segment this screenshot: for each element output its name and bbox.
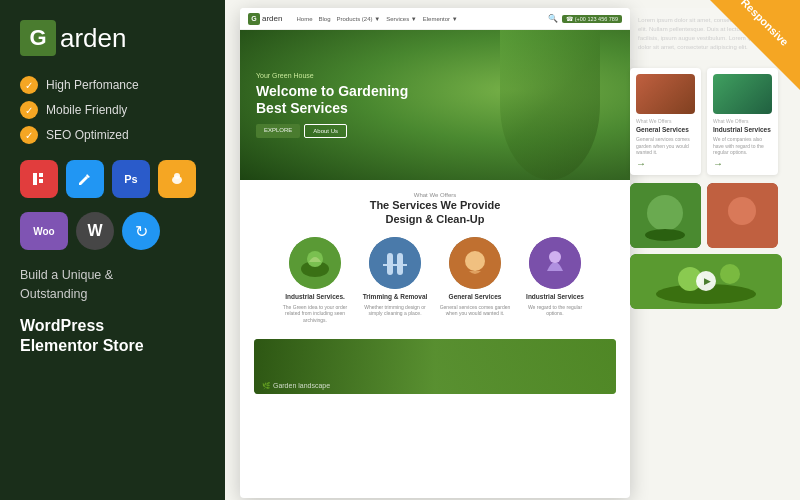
play-icon[interactable]: ▶	[696, 271, 716, 291]
service-name-4: Industrial Services	[526, 293, 584, 300]
play-triangle: ▶	[704, 276, 711, 286]
rsc-what-1: What We Offers	[636, 118, 695, 124]
check-icon: ✓	[20, 126, 38, 144]
service-image-1	[289, 237, 341, 289]
service-name-1: Industrial Services.	[285, 293, 345, 300]
service-desc-2: Whether trimming design or simply cleani…	[359, 304, 431, 317]
nav-elementor[interactable]: Elementor ▼	[423, 16, 458, 22]
right-img-full-1: ▶	[630, 254, 782, 309]
build-line2: Outstanding	[20, 287, 87, 301]
bottom-image-teaser: 🌿 Garden landscape	[254, 339, 616, 394]
rsc-arrow-2[interactable]: →	[713, 158, 772, 169]
services-grid: Industrial Services. The Green idea to y…	[254, 237, 616, 324]
search-icon[interactable]: 🔍	[548, 14, 558, 23]
mockup-navbar: G arden Home Blog Products (24) ▼ Servic…	[240, 8, 630, 30]
svg-point-17	[645, 229, 685, 241]
nav-items: Home Blog Products (24) ▼ Services ▼ Ele…	[296, 16, 457, 22]
rsc-arrow-1[interactable]: →	[636, 158, 695, 169]
logo-g: G	[20, 20, 56, 56]
right-service-cards: What We Offers General Services General …	[630, 68, 785, 175]
right-img-row-2: ▶	[630, 254, 785, 309]
nav-blog[interactable]: Blog	[318, 16, 330, 22]
service-item-2: Trimming & Removal Whether trimming desi…	[359, 237, 431, 324]
website-mockup: G arden Home Blog Products (24) ▼ Servic…	[240, 8, 630, 498]
hero-content: Your Green House Welcome to GardeningBes…	[240, 56, 424, 155]
service-image-4	[529, 237, 581, 289]
svg-rect-1	[39, 173, 43, 177]
plugin-icons-row1: Ps	[20, 160, 205, 198]
feature-item-mobile: ✓ Mobile Friendly	[20, 101, 205, 119]
nav-logo: G arden	[248, 13, 282, 25]
mailchimp-icon	[158, 160, 196, 198]
wordpress-icon: W	[76, 212, 114, 250]
svg-point-16	[647, 195, 683, 231]
svg-point-12	[465, 251, 485, 271]
feature-list: ✓ High Perfomance ✓ Mobile Friendly ✓ SE…	[20, 76, 205, 144]
nav-logo-text: arden	[262, 14, 282, 23]
service-desc-3: General services comes garden when you w…	[439, 304, 511, 317]
nav-products[interactable]: Products (24) ▼	[337, 16, 381, 22]
service-item-3: General Services General services comes …	[439, 237, 511, 324]
feature-item-performance: ✓ High Perfomance	[20, 76, 205, 94]
about-button[interactable]: About Us	[304, 124, 347, 138]
right-card-image-1	[636, 74, 695, 114]
svg-point-19	[728, 197, 756, 225]
service-image-3	[449, 237, 501, 289]
svg-point-14	[549, 251, 561, 263]
sidebar: G arden ✓ High Perfomance ✓ Mobile Frien…	[0, 0, 225, 500]
explore-button[interactable]: EXPLORE	[256, 124, 300, 138]
plugin-icons-row2: Woo W ↻	[20, 212, 205, 250]
logo-area: G arden	[20, 20, 205, 56]
right-img-small-1	[707, 183, 778, 248]
nav-home[interactable]: Home	[296, 16, 312, 22]
rsc-title-2: Industrial Services	[713, 126, 772, 133]
check-icon: ✓	[20, 76, 38, 94]
refresh-icon: ↻	[122, 212, 160, 250]
logo-text: arden	[60, 23, 127, 54]
hero-subtitle: Your Green House	[256, 72, 408, 79]
service-desc-4: We regard to the regular options.	[519, 304, 591, 317]
check-icon: ✓	[20, 101, 38, 119]
rsc-desc-1: General services comes garden when you w…	[636, 136, 695, 156]
right-service-card-2: What We Offers Industrial Services We of…	[707, 68, 778, 175]
service-item-4: Industrial Services We regard to the reg…	[519, 237, 591, 324]
main-content: Responsive G arden Home Blog Products (2…	[225, 0, 800, 500]
nav-services[interactable]: Services ▼	[386, 16, 417, 22]
hero-title: Welcome to GardeningBest Services	[256, 83, 408, 117]
elementor-icon	[20, 160, 58, 198]
mockup-hero: Your Green House Welcome to GardeningBes…	[240, 30, 630, 180]
svg-rect-8	[369, 237, 421, 289]
right-images-grid: ▶	[630, 183, 785, 309]
edit-icon	[66, 160, 104, 198]
nav-logo-g: G	[248, 13, 260, 25]
bottom-teaser-hint: 🌿 Garden landscape	[262, 382, 330, 390]
service-image-2	[369, 237, 421, 289]
right-service-card-1: What We Offers General Services General …	[630, 68, 701, 175]
nav-phone: ☎ (+00 123 456 789	[562, 15, 622, 23]
feature-label: Mobile Friendly	[46, 103, 127, 117]
woocommerce-icon: Woo	[20, 212, 68, 250]
svg-rect-2	[39, 179, 43, 183]
services-title: The Services We ProvideDesign & Clean-Up	[254, 198, 616, 227]
build-text: Build a Unique & Outstanding	[20, 266, 205, 304]
photoshop-icon: Ps	[112, 160, 150, 198]
right-panel: Lorem ipsum dolor sit amet, consectetur …	[630, 8, 785, 498]
service-name-2: Trimming & Removal	[363, 293, 428, 300]
feature-label: High Perfomance	[46, 78, 139, 92]
play-button-overlay[interactable]: ▶	[630, 254, 782, 309]
right-img-large-1	[630, 183, 701, 248]
svg-point-4	[174, 173, 180, 179]
right-img-row-1	[630, 183, 785, 248]
rsc-what-2: What We Offers	[713, 118, 772, 124]
wp-store-text: WordPressElementor Store	[20, 316, 205, 358]
hero-image-overlay	[500, 30, 600, 180]
service-name-3: General Services	[449, 293, 502, 300]
hero-buttons: EXPLORE About Us	[256, 124, 408, 138]
feature-label: SEO Optimized	[46, 128, 129, 142]
service-item-1: Industrial Services. The Green idea to y…	[279, 237, 351, 324]
services-section: What We Offers The Services We ProvideDe…	[240, 180, 630, 335]
service-desc-1: The Green idea to your order related fro…	[279, 304, 351, 324]
rsc-title-1: General Services	[636, 126, 695, 133]
nav-right: 🔍 ☎ (+00 123 456 789	[548, 14, 622, 23]
svg-rect-0	[33, 173, 37, 185]
